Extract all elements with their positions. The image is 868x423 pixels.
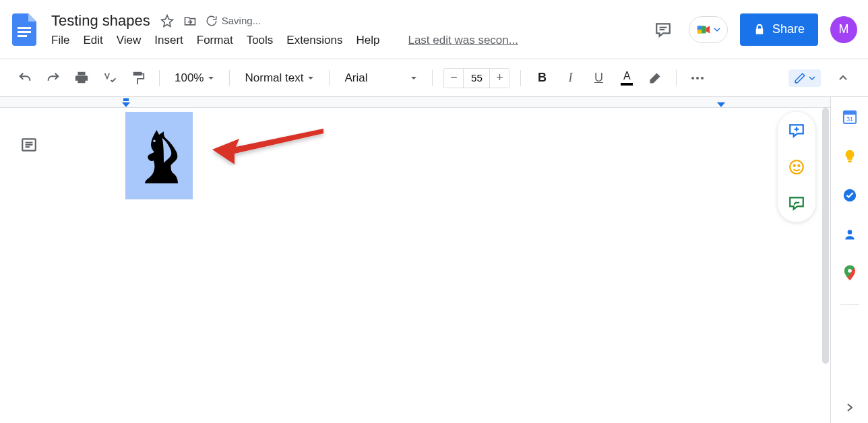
menu-file[interactable]: File: [51, 34, 69, 47]
user-avatar[interactable]: M: [830, 16, 857, 43]
suggest-edits-button[interactable]: [784, 191, 809, 216]
highlight-button[interactable]: [645, 68, 665, 88]
docs-logo[interactable]: [11, 11, 38, 48]
underline-button[interactable]: U: [588, 68, 609, 88]
show-outline-button[interactable]: [20, 136, 39, 155]
font-size-decrease[interactable]: −: [444, 69, 463, 88]
right-indent-marker[interactable]: [716, 98, 726, 108]
spellcheck-button[interactable]: [100, 68, 120, 88]
separator: [840, 304, 859, 305]
font-size-increase[interactable]: +: [490, 69, 509, 88]
selected-shape[interactable]: [125, 112, 193, 199]
menu-view[interactable]: View: [117, 34, 142, 47]
text-color-button[interactable]: A: [617, 68, 637, 88]
separator: [329, 70, 330, 86]
menu-extensions[interactable]: Extensions: [286, 34, 342, 47]
separator: [432, 70, 433, 86]
svg-rect-2: [18, 35, 27, 37]
svg-point-10: [701, 77, 704, 79]
add-emoji-button[interactable]: [784, 155, 809, 179]
svg-rect-1: [18, 31, 31, 33]
annotation-arrow: [209, 125, 330, 166]
share-button[interactable]: Share: [740, 13, 818, 46]
quick-actions-panel: [778, 112, 815, 222]
title-icons-group: Saving...: [160, 13, 261, 28]
separator: [229, 70, 230, 86]
toolbar-right: [788, 68, 853, 88]
svg-point-19: [790, 160, 803, 174]
menu-format[interactable]: Format: [197, 34, 233, 47]
lock-icon: [753, 24, 766, 36]
vertical-scrollbar[interactable]: [822, 108, 829, 364]
svg-point-28: [848, 269, 852, 273]
meet-button[interactable]: [689, 16, 728, 43]
chevron-down-icon: [208, 75, 214, 82]
title-area: Testing shapes Saving... File Edit View …: [51, 12, 518, 47]
saving-indicator: Saving...: [206, 15, 261, 27]
chevron-down-icon: [809, 75, 815, 82]
add-comment-button[interactable]: [784, 119, 809, 143]
svg-point-16: [153, 139, 156, 142]
undo-button[interactable]: [15, 68, 35, 88]
svg-point-9: [696, 77, 699, 79]
font-select[interactable]: Arial: [340, 71, 421, 85]
svg-rect-0: [18, 27, 31, 29]
more-tools-button[interactable]: [687, 68, 708, 88]
pencil-icon: [794, 72, 806, 84]
side-panel: 31: [830, 97, 868, 423]
calendar-app-icon[interactable]: 31: [842, 109, 858, 125]
svg-rect-6: [698, 26, 702, 30]
font-size-input[interactable]: [463, 69, 490, 88]
share-label: Share: [772, 22, 805, 36]
font-size-control: − +: [443, 68, 509, 88]
editing-mode-button[interactable]: [788, 69, 821, 87]
toolbar: 100% Normal text Arial − + B I U A: [0, 59, 868, 97]
menu-tools[interactable]: Tools: [247, 34, 274, 47]
menu-edit[interactable]: Edit: [83, 34, 102, 47]
svg-point-21: [798, 165, 799, 166]
contacts-app-icon[interactable]: [842, 226, 858, 242]
chevron-down-icon: [307, 75, 314, 82]
separator: [520, 70, 521, 86]
svg-text:31: 31: [846, 116, 852, 123]
menu-help[interactable]: Help: [356, 34, 379, 47]
document-body[interactable]: [0, 108, 830, 423]
header-right: Share M: [650, 13, 857, 46]
separator: [676, 70, 677, 86]
titlebar: Testing shapes Saving... File Edit View …: [0, 0, 868, 59]
title-row: Testing shapes Saving...: [51, 12, 518, 30]
separator: [159, 70, 160, 86]
main-area: 31: [0, 97, 868, 423]
maps-app-icon[interactable]: [842, 265, 858, 282]
svg-rect-25: [848, 160, 852, 162]
bold-button[interactable]: B: [532, 68, 552, 88]
redo-button[interactable]: [43, 68, 63, 88]
move-icon[interactable]: [183, 13, 197, 28]
svg-point-27: [847, 230, 852, 234]
show-side-panel-button[interactable]: [844, 401, 856, 414]
document-title[interactable]: Testing shapes: [51, 12, 150, 30]
tasks-app-icon[interactable]: [842, 187, 858, 203]
svg-rect-7: [698, 30, 702, 34]
last-edit-link[interactable]: Last edit was secon...: [408, 34, 518, 47]
collapse-toolbar-button[interactable]: [833, 68, 853, 88]
paint-format-button[interactable]: [128, 68, 148, 88]
star-icon[interactable]: [160, 13, 175, 28]
print-button[interactable]: [71, 68, 92, 88]
document-canvas: [0, 97, 830, 423]
chevron-down-icon: [714, 26, 720, 33]
svg-rect-23: [843, 111, 855, 115]
paragraph-style-select[interactable]: Normal text: [241, 71, 318, 85]
svg-rect-11: [123, 98, 129, 101]
italic-button[interactable]: I: [560, 68, 580, 88]
chess-knight-icon: [135, 127, 183, 185]
svg-point-20: [794, 165, 795, 166]
horizontal-ruler[interactable]: [0, 97, 830, 108]
left-indent-marker[interactable]: [121, 98, 131, 108]
zoom-select[interactable]: 100%: [170, 71, 218, 85]
svg-point-8: [691, 77, 694, 79]
comment-history-icon[interactable]: [650, 16, 677, 43]
keep-app-icon[interactable]: [842, 148, 858, 164]
menu-insert[interactable]: Insert: [154, 34, 183, 47]
menubar: File Edit View Insert Format Tools Exten…: [51, 34, 518, 47]
